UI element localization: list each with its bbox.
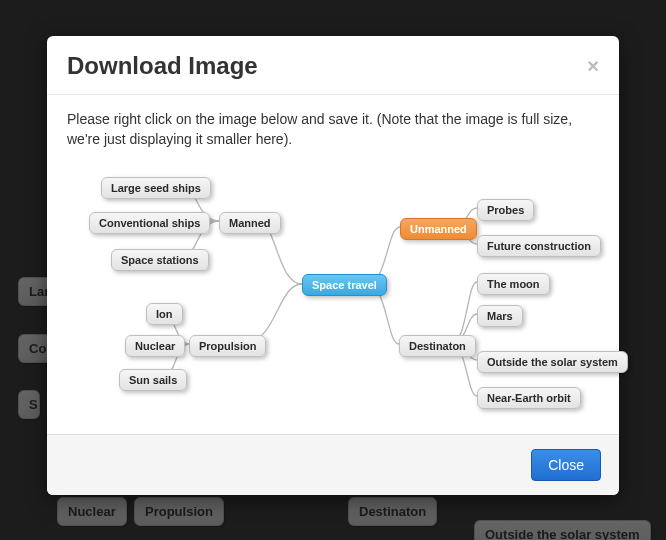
node-the-moon: The moon (477, 273, 550, 295)
node-probes: Probes (477, 199, 534, 221)
node-nuclear: Nuclear (125, 335, 185, 357)
modal-title: Download Image (67, 52, 258, 80)
node-destination: Destinaton (399, 335, 476, 357)
node-conventional-ships: Conventional ships (89, 212, 210, 234)
close-icon[interactable]: × (587, 56, 599, 76)
node-ion: Ion (146, 303, 183, 325)
modal-footer: Close (47, 434, 619, 495)
node-sun-sails: Sun sails (119, 369, 187, 391)
mindmap-image[interactable]: Space travel Manned Large seed ships Con… (67, 164, 599, 414)
close-button[interactable]: Close (531, 449, 601, 481)
node-center: Space travel (302, 274, 387, 296)
node-space-stations: Space stations (111, 249, 209, 271)
modal-header: Download Image × (47, 36, 619, 95)
modal-body: Please right click on the image below an… (47, 95, 619, 434)
node-outside-solar-system: Outside the solar system (477, 351, 628, 373)
node-future-construction: Future construction (477, 235, 601, 257)
instruction-text: Please right click on the image below an… (67, 109, 599, 150)
node-unmanned: Unmanned (400, 218, 477, 240)
download-image-modal: Download Image × Please right click on t… (47, 36, 619, 495)
node-mars: Mars (477, 305, 523, 327)
node-manned: Manned (219, 212, 281, 234)
node-propulsion: Propulsion (189, 335, 266, 357)
node-near-earth-orbit: Near-Earth orbit (477, 387, 581, 409)
node-large-seed-ships: Large seed ships (101, 177, 211, 199)
